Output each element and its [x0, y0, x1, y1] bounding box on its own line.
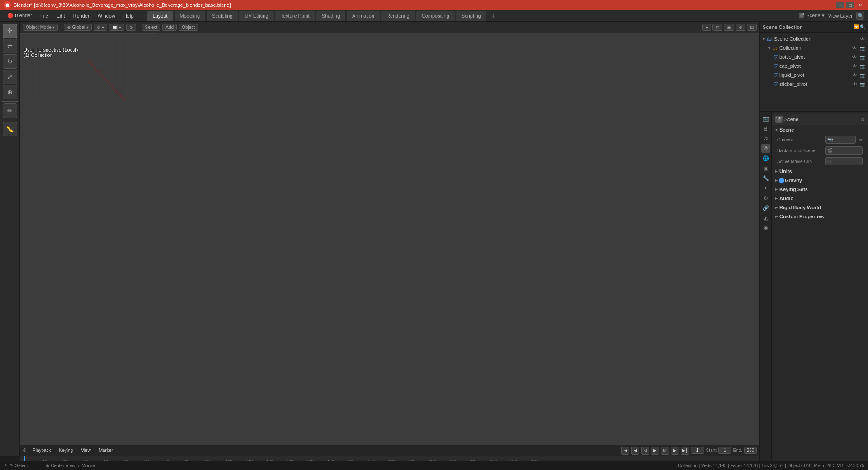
outliner-scene-collection[interactable]: ▾ 🗂 Scene Collection 👁 [760, 34, 868, 43]
menu-render[interactable]: Render [70, 12, 93, 19]
outliner-collection[interactable]: ▾ 🗂 Collection 👁 📷 [765, 43, 868, 52]
measure-tool-button[interactable]: 📏 [3, 122, 17, 136]
props-data-button[interactable]: ◭ [761, 213, 770, 222]
start-frame-field[interactable]: 1 [718, 447, 731, 454]
props-object-button[interactable]: ▣ [761, 164, 770, 173]
outliner-cap-pivot[interactable]: ▽ cap_pivot 👁 📷 [771, 61, 868, 70]
props-constraints-button[interactable]: 🔗 [761, 203, 770, 212]
cursor-tool-button[interactable]: ✛ [3, 24, 17, 38]
tab-scripting[interactable]: Scripting [456, 11, 486, 21]
menu-file[interactable]: File [37, 12, 52, 19]
props-physics-button[interactable]: ⚙ [761, 193, 770, 202]
viewport-3d[interactable]: Object Mode ▾ ⊕ Global ▾ ⊙ ▾ 🔲 ▾ ⊙ Selec… [20, 22, 760, 456]
tab-layout[interactable]: Layout [147, 11, 173, 21]
prev-keyframe-button[interactable]: ◁ [641, 446, 649, 455]
tab-shading[interactable]: Shading [316, 11, 345, 21]
camera-edit-icon[interactable]: ✏ [859, 137, 863, 143]
collection-visibility[interactable]: 👁 [852, 45, 857, 51]
gravity-checkbox[interactable] [779, 178, 784, 183]
scene-selector[interactable]: 🎬 Scene ▾ [798, 13, 824, 19]
outliner-filter-button[interactable]: 🔽 [854, 24, 859, 29]
tab-rendering[interactable]: Rendering [381, 11, 415, 21]
units-section-header[interactable]: ▸ Units [772, 167, 868, 176]
tab-texture-paint[interactable]: Texture Paint [275, 11, 315, 21]
gravity-section-header[interactable]: ▸ Gravity [772, 176, 868, 185]
custom-properties-section-header[interactable]: ▸ Custom Properties [772, 212, 868, 221]
pivot-dropdown[interactable]: ⊙ ▾ [94, 24, 107, 31]
prev-frame-button[interactable]: ◀ [631, 446, 639, 455]
liquid-pivot-render-icon[interactable]: 📷 [860, 73, 865, 78]
outliner-bottle-pivot[interactable]: ▽ bottle_pivot 👁 📷 [771, 52, 868, 61]
end-frame-field[interactable]: 250 [744, 447, 757, 454]
jump-to-end-button[interactable]: ▶| [681, 446, 689, 455]
menu-help[interactable]: Help [120, 12, 137, 19]
scene-section-header[interactable]: ▾ Scene [772, 125, 868, 134]
menu-blender[interactable]: 🔴 Blender [4, 12, 36, 19]
viewport-overlay[interactable]: ⊛ [736, 24, 745, 31]
audio-section-header[interactable]: ▸ Audio [772, 194, 868, 203]
global-orientation-dropdown[interactable]: ⊕ Global ▾ [64, 24, 91, 31]
tab-animation[interactable]: Animation [347, 11, 380, 21]
liquid-pivot-visibility[interactable]: 👁 [852, 72, 857, 78]
background-scene-value[interactable]: 🎬 [825, 146, 863, 155]
add-menu[interactable]: Add [162, 24, 177, 31]
jump-to-start-button[interactable]: |◀ [621, 446, 629, 455]
props-world-button[interactable]: 🌐 [761, 154, 770, 163]
search-button[interactable]: 🔍 [856, 12, 864, 20]
scale-tool-button[interactable]: ⤢ [3, 70, 17, 84]
transform-tool-button[interactable]: ⊕ [3, 85, 17, 99]
cap-pivot-visibility[interactable]: 👁 [852, 63, 857, 69]
cap-pivot-render-icon[interactable]: 📷 [860, 64, 865, 69]
props-modifier-button[interactable]: 🔧 [761, 174, 770, 183]
props-scene-button[interactable]: 🎬 [761, 144, 770, 153]
outliner-sticker-pivot[interactable]: ▽ sticker_pivot 👁 📷 [771, 80, 868, 89]
tab-modeling[interactable]: Modeling [175, 11, 206, 21]
viewport-shading-wireframe[interactable]: ◻ [712, 24, 722, 31]
playback-menu[interactable]: Playback [30, 447, 54, 453]
snap-button[interactable]: 🔲 ▾ [109, 24, 124, 31]
bottle-pivot-visibility[interactable]: 👁 [852, 54, 857, 60]
viewlayer-selector[interactable]: View Layer [828, 13, 853, 19]
viewport-xray[interactable]: ⊡ [747, 24, 757, 31]
rigid-body-world-section-header[interactable]: ▸ Rigid Body World [772, 203, 868, 212]
rotate-tool-button[interactable]: ↻ [3, 54, 17, 69]
outliner-search-button[interactable]: 🔍 [860, 24, 865, 29]
tab-uv-editing[interactable]: UV Editing [239, 11, 274, 21]
collection-cam-icon[interactable]: 📷 [860, 46, 865, 51]
bottle-pivot-render-icon[interactable]: 📷 [860, 55, 865, 60]
viewport-canvas[interactable]: X Y Z -X -Y 📷 💡 ✋ [20, 33, 760, 456]
scene-props-close[interactable]: ✕ [861, 117, 864, 122]
proportional-edit[interactable]: ⊙ [126, 24, 136, 31]
sticker-pivot-render-icon[interactable]: 📷 [860, 82, 865, 87]
menu-window[interactable]: Window [94, 12, 119, 19]
sticker-pivot-visibility[interactable]: 👁 [852, 81, 857, 87]
props-render-button[interactable]: 📷 [761, 114, 770, 123]
keying-menu[interactable]: Keying [57, 447, 76, 453]
keying-sets-section-header[interactable]: ▸ Keying Sets [772, 185, 868, 194]
props-material-button[interactable]: ◉ [761, 223, 770, 232]
object-menu[interactable]: Object [179, 24, 198, 31]
current-frame-field[interactable]: 1 [691, 447, 704, 454]
move-tool-button[interactable]: ⇄ [3, 39, 17, 53]
next-frame-button[interactable]: ▶ [671, 446, 679, 455]
add-workspace-button[interactable]: + [488, 11, 499, 21]
maximize-button[interactable]: □ [846, 2, 854, 8]
viewport-shading-rendered[interactable]: ◉ [724, 24, 734, 31]
marker-menu[interactable]: Marker [96, 447, 116, 453]
play-button[interactable]: ▶ [651, 446, 659, 455]
outliner-liquid-pivot[interactable]: ▽ liquid_pivot 👁 📷 [771, 70, 868, 80]
tab-sculpting[interactable]: Sculpting [207, 11, 238, 21]
active-movie-clip-value[interactable]: 🎞 [825, 157, 863, 165]
select-menu[interactable]: Select [142, 24, 161, 31]
minimize-button[interactable]: ─ [836, 2, 844, 8]
tab-compositing[interactable]: Compositing [416, 11, 455, 21]
menu-edit[interactable]: Edit [53, 12, 69, 19]
props-particles-button[interactable]: ✦ [761, 183, 770, 193]
close-button[interactable]: ✕ [856, 2, 864, 8]
object-mode-dropdown[interactable]: Object Mode ▾ [23, 24, 58, 31]
view-menu[interactable]: View [78, 447, 94, 453]
props-view-layer-button[interactable]: 🗂 [761, 134, 770, 143]
annotate-tool-button[interactable]: ✏ [3, 103, 17, 118]
props-output-button[interactable]: 🖨 [761, 124, 770, 133]
next-keyframe-button[interactable]: ▷ [661, 446, 669, 455]
